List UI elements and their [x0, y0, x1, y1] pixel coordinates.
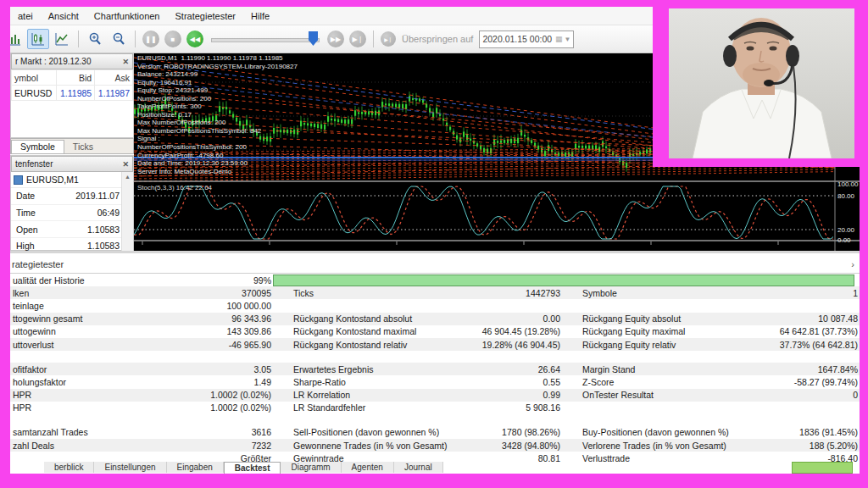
skip-to-end-button[interactable]: ▶❘	[349, 30, 366, 47]
tab-ticks[interactable]: Ticks	[64, 141, 102, 153]
report-label: Verlorene Trades (in % von Gesamt)	[562, 441, 759, 451]
report-label: Buy-Positionen (davon gewonnen %)	[562, 427, 759, 437]
report-row: HPR1.0002 (0.02%)LR Korrelation0.99OnTes…	[10, 389, 860, 402]
fast-forward-button[interactable]: ▶▶	[327, 30, 344, 47]
report-value: -46 965.90	[180, 340, 273, 350]
report-value: 1780 (98.26%)	[468, 427, 562, 437]
report-value: 1.0002 (0.02%)	[180, 402, 273, 413]
report-value: 5 908.16	[468, 402, 562, 413]
report-label: Ticks	[273, 288, 468, 298]
data-window-instrument: EURUSD,M1	[11, 172, 133, 188]
close-icon[interactable]: ✕	[122, 58, 129, 66]
slider-track	[211, 38, 320, 42]
report-value: 37.73% (64 642.81)	[759, 340, 860, 350]
report-value: 19.28% (46 904.45)	[468, 340, 562, 350]
bid-cell: 1.11985	[57, 86, 95, 101]
stochastic-indicator-label: Stoch(5,3,3) 16.42 22.64	[137, 184, 212, 191]
report-label: uttoverlust	[10, 340, 180, 350]
column-ask[interactable]: Ask	[95, 70, 133, 86]
report-value: 0.00	[468, 313, 562, 324]
tester-tab-berblick[interactable]: berblick	[44, 462, 94, 473]
tester-tab-agenten[interactable]: Agenten	[342, 462, 394, 473]
tester-tab-einstellungen[interactable]: Einstellungen	[94, 462, 166, 473]
frame-border-bottom	[0, 474, 868, 488]
tester-tab-journal[interactable]: Journal	[394, 462, 443, 473]
field-value: 1.10583	[87, 241, 120, 251]
presenter-person	[669, 8, 854, 158]
report-value: 0.99	[468, 390, 562, 400]
report-label: LR Standardfehler	[273, 402, 468, 413]
report-label: Rückgang Equity relativ	[562, 340, 759, 350]
tester-tab-eingaben[interactable]: Eingaben	[167, 462, 224, 473]
report-value: 1836 (91.45%)	[759, 427, 860, 437]
panel-expand-icon[interactable]: ›	[851, 259, 856, 269]
slider-handle[interactable]	[309, 31, 318, 46]
report-row: zahl Deals7232Gewonnene Trades (in % von…	[10, 439, 860, 452]
rewind-button[interactable]: ◀◀	[186, 30, 203, 47]
zoom-in-icon[interactable]	[84, 29, 106, 49]
report-value: 1647.84%	[759, 364, 860, 374]
report-label: samtanzahl Trades	[10, 427, 180, 437]
candlestick-chart-icon[interactable]	[27, 29, 49, 49]
chevron-down-icon[interactable]: ▼	[564, 36, 570, 43]
market-watch-header: r Markt : 2019.12.30 ✕	[11, 53, 133, 69]
data-window-row-date: Date2019.11.07	[11, 188, 133, 205]
field-value: 2019.11.07	[75, 191, 120, 201]
column-symbol[interactable]: ymbol	[12, 70, 57, 86]
report-row: samtanzahl Trades3616Sell-Positionen (da…	[10, 426, 860, 439]
report-label: Symbole	[562, 288, 759, 298]
calendar-icon[interactable]: ▦	[555, 35, 563, 43]
tab-symbole[interactable]: Symbole	[11, 140, 64, 153]
report-label: Z-Score	[562, 377, 759, 387]
menu-item-hilfe[interactable]: Hilfe	[243, 9, 277, 23]
report-value: 1442793	[468, 288, 562, 298]
report-row: ualität der Historie99%	[10, 274, 860, 286]
tester-tab-diagramm[interactable]: Diagramm	[281, 462, 341, 473]
pause-button[interactable]: ❚❚	[142, 30, 159, 47]
report-value: 100 000.00	[180, 301, 273, 311]
stop-button[interactable]: ■	[164, 30, 181, 47]
report-spacer	[10, 351, 860, 363]
data-window-row-open: Open1.10583	[11, 221, 133, 238]
report-row: uttoverlust-46 965.90Rückgang Kontostand…	[10, 338, 860, 351]
toolbar-separator	[135, 30, 136, 47]
report-value: 26.64	[468, 364, 562, 374]
report-label: Margin Stand	[562, 364, 759, 374]
report-value: 96 343.96	[180, 313, 273, 324]
webcam-overlay	[653, 0, 868, 167]
report-label: Rückgang Equity absolut	[562, 313, 759, 324]
report-label: uttogewinn	[10, 326, 180, 336]
strategy-tester-header: rategietester ›	[10, 253, 860, 273]
data-window-header: tenfenster ✕	[11, 156, 133, 172]
symbol-cell[interactable]: EURUSD	[12, 86, 57, 101]
data-window-panel: tenfenster ✕ EURUSD,M1 Date2019.11.07Tim…	[10, 155, 134, 251]
speed-slider[interactable]	[211, 31, 320, 47]
line-chart-icon[interactable]	[51, 29, 73, 49]
report-value: 3428 (94.80%)	[468, 441, 562, 451]
market-watch-row-eurusd[interactable]: EURUSD 1.11985 1.11987	[12, 86, 133, 101]
menu-item-strategietester[interactable]: Strategietester	[168, 9, 244, 23]
zoom-out-icon[interactable]	[108, 29, 130, 49]
webcam-video	[669, 8, 854, 158]
menu-item-ansicht[interactable]: Ansicht	[41, 9, 86, 23]
scroll-up-icon[interactable]: ▲	[122, 172, 133, 180]
instrument-label: EURUSD,M1	[26, 175, 79, 185]
report-value: 370095	[180, 288, 273, 298]
skip-to-icon: ▶❘	[381, 31, 396, 47]
report-label: OnTester Resultat	[562, 390, 759, 400]
report-row: ttogewinn gesamt96 343.96Rückgang Kontos…	[10, 313, 860, 325]
svg-text:20.00: 20.00	[837, 226, 855, 234]
skip-date-input[interactable]: 2020.01.15 00:00 ▦ ▼	[479, 30, 574, 48]
market-watch-title: r Markt : 2019.12.30	[15, 57, 92, 66]
report-label: Sharpe-Ratio	[273, 377, 468, 387]
report-value: 64 642.81 (37.73%)	[759, 326, 860, 336]
data-window-scrollbar[interactable]: ▲	[121, 172, 133, 252]
close-icon[interactable]: ✕	[122, 160, 129, 169]
tester-tab-backtest[interactable]: Backtest	[224, 462, 281, 474]
menu-item-chartfunktionen[interactable]: Chartfunktionen	[86, 9, 168, 23]
field-label: Date	[16, 191, 35, 201]
column-bid[interactable]: Bid	[57, 70, 95, 86]
ask-cell: 1.11987	[95, 86, 133, 101]
report-label: Sell-Positionen (davon gewonnen %)	[273, 427, 468, 437]
menu-item-atei[interactable]: atei	[10, 9, 41, 23]
